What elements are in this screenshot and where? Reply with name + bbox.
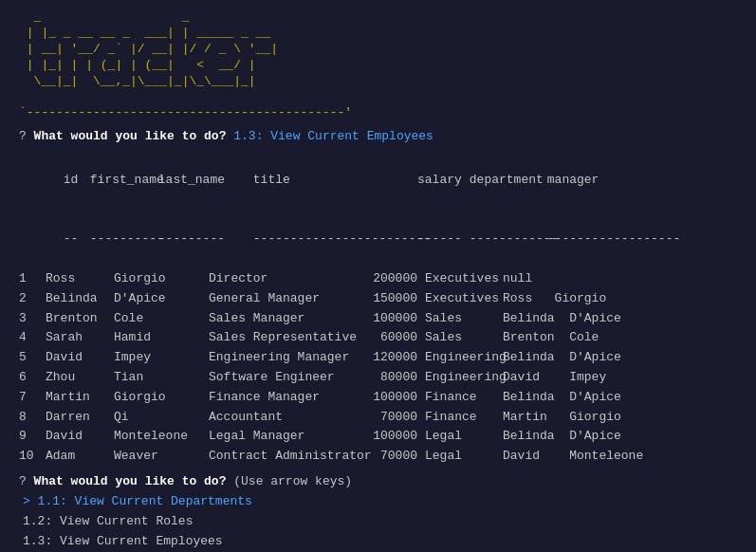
menu-item-view-roles[interactable]: 1.2: View Current Roles	[19, 512, 737, 532]
table-row: 3BrentonColeSales Manager100000SalesBeli…	[19, 309, 737, 329]
menu-item-view-departments[interactable]: 1.1: View Current Departments	[19, 492, 737, 512]
prompt-question: What would you like to do?	[34, 129, 227, 143]
table-row: 9DavidMonteleoneLegal Manager100000Legal…	[19, 427, 737, 447]
table-row: 1RossGiorgioDirector200000Executivesnull	[19, 269, 737, 289]
logo-section: _ _ | |_ _ __ __ _ ___| | _____ _ __ | _…	[19, 9, 737, 121]
initial-prompt: ? What would you like to do? 1.3: View C…	[19, 129, 737, 143]
prompt-selection: 1.3: View Current Employees	[233, 129, 433, 143]
menu-section: ? What would you like to do? (Use arrow …	[19, 474, 737, 552]
menu-item-view-employees[interactable]: 1.3: View Current Employees	[19, 532, 737, 552]
table-row: 2BelindaD'ApiceGeneral Manager150000Exec…	[19, 289, 737, 309]
app-container: _ _ | |_ _ __ __ _ ___| | _____ _ __ | _…	[19, 9, 737, 552]
menu-hint: (Use arrow keys)	[233, 474, 352, 488]
table-row: 10AdamWeaverContract Administrator70000L…	[19, 447, 737, 467]
menu-prompt: ? What would you like to do? (Use arrow …	[19, 474, 737, 488]
table-row: 5DavidImpeyEngineering Manager120000Engi…	[19, 348, 737, 368]
table-row: 8DarrenQiAccountant70000FinanceMartin Gi…	[19, 408, 737, 428]
menu-question: What would you like to do?	[34, 474, 227, 488]
table-row: 7MartinGiorgioFinance Manager100000Finan…	[19, 388, 737, 408]
table-header-row: idfirst_namelast_nametitlesalarydepartme…	[19, 151, 737, 210]
employee-table: idfirst_namelast_nametitlesalarydepartme…	[19, 151, 737, 467]
table-row: 4SarahHamidSales Representative60000Sale…	[19, 328, 737, 348]
table-divider: ----------------------------------------…	[19, 211, 737, 269]
table-row: 6ZhouTianSoftware Engineer80000Engineeri…	[19, 368, 737, 388]
